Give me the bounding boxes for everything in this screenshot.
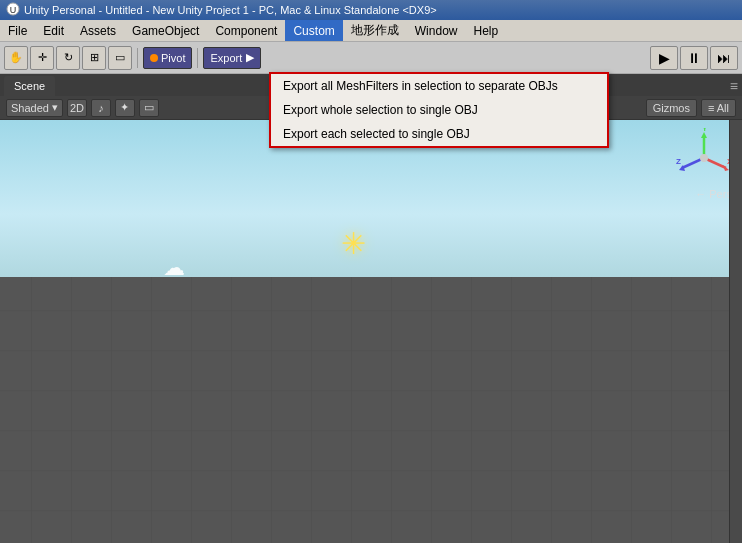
shading-chevron-icon: ▾: [52, 101, 58, 114]
2d-label: 2D: [70, 102, 84, 114]
export-each-item[interactable]: Export each selected to single OBJ: [271, 122, 607, 146]
pivot-label: Pivot: [161, 52, 185, 64]
2d-button[interactable]: 2D: [67, 99, 87, 117]
menu-file[interactable]: File: [0, 20, 35, 41]
menu-edit[interactable]: Edit: [35, 20, 72, 41]
step-button[interactable]: ⏭: [710, 46, 738, 70]
scene-tab-label: Scene: [14, 80, 45, 92]
svg-text:Z: Z: [676, 157, 681, 166]
hand-tool-btn[interactable]: ✋: [4, 46, 28, 70]
play-controls: ▶ ⏸ ⏭: [650, 46, 738, 70]
audio-button[interactable]: ♪: [91, 99, 111, 117]
menu-window[interactable]: Window: [407, 20, 466, 41]
all-button[interactable]: ≡ All: [701, 99, 736, 117]
audio-icon: ♪: [98, 102, 104, 114]
tabs-right: ≡: [730, 76, 738, 96]
gizmo-widget: X Y Z: [674, 128, 734, 188]
export-single-item[interactable]: Export whole selection to single OBJ: [271, 98, 607, 122]
rect-tool-btn[interactable]: ▭: [108, 46, 132, 70]
svg-point-8: [700, 154, 708, 162]
shading-label: Shaded: [11, 102, 49, 114]
separator-1: [137, 48, 138, 68]
export-meshfilters-item[interactable]: Export all MeshFilters in selection to s…: [271, 74, 607, 98]
separator-2: [197, 48, 198, 68]
scene-tab[interactable]: Scene: [4, 76, 55, 96]
toolbar: ✋ ✛ ↻ ⊞ ▭ Pivot Export ▶ ▶ ⏸ ⏭: [0, 42, 742, 74]
viewport-scrollbar[interactable]: [729, 120, 742, 543]
svg-text:U: U: [10, 5, 17, 15]
menu-component[interactable]: Component: [207, 20, 285, 41]
effects-icon: ✦: [120, 101, 129, 114]
scene-viewport: ✳ ☁ X Y: [0, 120, 742, 543]
cloud-icon: ☁: [163, 255, 185, 281]
rotate-tool-btn[interactable]: ↻: [56, 46, 80, 70]
sun-icon: ✳: [341, 226, 366, 261]
shading-dropdown[interactable]: Shaded ▾: [6, 99, 63, 117]
export-button[interactable]: Export ▶: [203, 47, 261, 69]
grid-overlay: [0, 277, 742, 544]
title-bar: U Unity Personal - Untitled - New Unity …: [0, 0, 742, 20]
export-arrow-icon: ▶: [246, 51, 254, 64]
title-bar-icon: U: [6, 2, 20, 18]
pivot-button[interactable]: Pivot: [143, 47, 192, 69]
all-label: ≡ All: [708, 102, 729, 114]
svg-text:Y: Y: [702, 128, 708, 133]
scale-tool-btn[interactable]: ⊞: [82, 46, 106, 70]
menu-assets[interactable]: Assets: [72, 20, 124, 41]
gizmos-label: Gizmos: [653, 102, 690, 114]
pause-button[interactable]: ⏸: [680, 46, 708, 70]
menu-terrain[interactable]: 地形作成: [343, 20, 407, 41]
menu-help[interactable]: Help: [465, 20, 506, 41]
menu-custom[interactable]: Custom: [285, 20, 342, 41]
menu-gameobject[interactable]: GameObject: [124, 20, 207, 41]
effects-button[interactable]: ✦: [115, 99, 135, 117]
menu-bar: File Edit Assets GameObject Component Cu…: [0, 20, 742, 42]
play-button[interactable]: ▶: [650, 46, 678, 70]
export-dropdown-menu: Export all MeshFilters in selection to s…: [269, 72, 609, 148]
image-button[interactable]: ▭: [139, 99, 159, 117]
export-label: Export: [210, 52, 242, 64]
tab-scroll-icon[interactable]: ≡: [730, 78, 738, 94]
gizmos-button[interactable]: Gizmos: [646, 99, 697, 117]
title-bar-text: Unity Personal - Untitled - New Unity Pr…: [24, 4, 437, 16]
scene-container: ✳ ☁ X Y: [0, 120, 742, 543]
move-tool-btn[interactable]: ✛: [30, 46, 54, 70]
image-icon: ▭: [144, 101, 154, 114]
